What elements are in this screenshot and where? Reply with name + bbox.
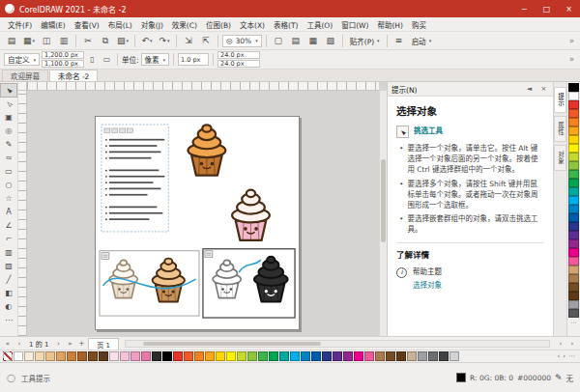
ruler-origin[interactable]	[18, 82, 27, 91]
show-guidelines-icon[interactable]: ▧	[323, 34, 338, 48]
menu-item[interactable]: 文件(F)	[4, 18, 36, 31]
duplicate-distance-x-input[interactable]	[218, 51, 260, 59]
page-height-input[interactable]	[42, 60, 84, 68]
paste-icon[interactable]: ▨▾	[115, 34, 130, 48]
docker-close-icon[interactable]: ×	[538, 85, 549, 93]
menu-item[interactable]: 帮助(H)	[373, 18, 407, 31]
menu-item[interactable]: 效果(C)	[168, 18, 201, 31]
color-swatch[interactable]	[35, 351, 44, 361]
menu-item[interactable]: 布局(L)	[104, 18, 136, 31]
freehand-tool[interactable]: ✎	[1, 138, 16, 151]
close-button[interactable]: ×	[558, 0, 580, 17]
color-swatch[interactable]	[290, 351, 300, 361]
menu-item[interactable]: 表格(T)	[270, 18, 302, 31]
menu-item[interactable]: 对象(J)	[137, 18, 167, 31]
portrait-orientation-button[interactable]: ▯	[86, 53, 99, 66]
first-page-button[interactable]: «	[3, 338, 13, 349]
color-swatch[interactable]	[568, 153, 579, 161]
canvas-area[interactable]	[27, 91, 379, 336]
transparency-tool[interactable]: ▨	[1, 260, 16, 272]
show-grid-icon[interactable]: ▦	[305, 34, 321, 48]
menu-item[interactable]: 工具(O)	[303, 18, 336, 31]
color-swatch[interactable]	[407, 351, 417, 361]
color-swatch[interactable]	[130, 351, 140, 361]
color-swatch[interactable]	[568, 292, 579, 300]
color-swatch[interactable]	[56, 351, 66, 361]
color-swatch[interactable]	[45, 351, 55, 361]
color-swatch[interactable]	[568, 144, 579, 153]
import-icon[interactable]: ⇲	[181, 34, 196, 48]
color-swatch[interactable]	[568, 118, 579, 126]
color-swatch[interactable]	[568, 187, 579, 196]
open-icon[interactable]: ▦▾	[21, 34, 37, 48]
color-swatch[interactable]	[109, 351, 119, 361]
print-icon[interactable]: ▥	[56, 34, 72, 48]
color-swatch[interactable]	[237, 351, 246, 361]
color-swatch[interactable]	[77, 351, 87, 361]
save-icon[interactable]: ◫	[39, 34, 54, 48]
color-swatch[interactable]	[568, 213, 579, 222]
units-select[interactable]: 像素 ▾	[141, 53, 170, 66]
color-swatch[interactable]	[152, 351, 161, 361]
scrollbar-thumb[interactable]	[143, 342, 321, 346]
color-swatch[interactable]	[568, 205, 579, 213]
color-swatch[interactable]	[568, 283, 579, 292]
color-swatch[interactable]	[173, 351, 183, 361]
color-swatch[interactable]	[141, 351, 151, 361]
color-swatch[interactable]	[279, 351, 289, 361]
color-swatch[interactable]	[258, 351, 268, 361]
no-color-swatch[interactable]	[3, 351, 13, 361]
artistic-media-tool[interactable]: ≈	[1, 152, 16, 164]
color-swatch[interactable]	[568, 196, 579, 205]
color-swatch[interactable]	[568, 266, 579, 274]
color-swatch[interactable]	[269, 351, 278, 361]
maximize-button[interactable]: □	[536, 0, 558, 17]
menu-item[interactable]: 文本(X)	[236, 18, 269, 31]
crop-tool[interactable]: ▣	[1, 111, 16, 124]
color-swatch[interactable]	[568, 248, 579, 257]
color-swatch[interactable]	[99, 351, 108, 361]
drawing-page[interactable]	[95, 116, 300, 330]
landscape-orientation-button[interactable]: ▭	[101, 53, 113, 66]
color-swatch[interactable]	[301, 351, 310, 361]
scroll-right-button[interactable]: ›	[567, 338, 577, 349]
color-swatch[interactable]	[568, 170, 579, 179]
color-swatch[interactable]	[354, 351, 363, 361]
color-swatch[interactable]	[375, 351, 385, 361]
toolbar-overflow-chevron[interactable]: »	[569, 37, 576, 45]
color-swatch[interactable]	[568, 92, 579, 100]
color-swatch[interactable]	[184, 351, 193, 361]
color-swatch[interactable]	[568, 83, 579, 92]
shadow-tool[interactable]: ▥	[1, 246, 16, 259]
undo-icon[interactable]: ↶▾	[139, 34, 155, 48]
minimize-button[interactable]: ─	[513, 0, 536, 17]
palette-arrow-icon[interactable]: ⋯	[568, 352, 575, 360]
new-document-icon[interactable]: ▤	[4, 34, 19, 48]
color-swatch[interactable]	[568, 300, 579, 309]
color-swatch[interactable]	[247, 351, 257, 361]
menu-item[interactable]: 编辑(E)	[37, 18, 70, 31]
redo-icon[interactable]: ↷▾	[157, 34, 172, 48]
next-page-button[interactable]: ›	[53, 338, 63, 349]
toolbar-overflow-chevron[interactable]: »	[569, 55, 576, 64]
palette-arrow-icon[interactable]: ‹	[557, 352, 560, 360]
color-swatch[interactable]	[322, 351, 332, 361]
scrollbar-thumb[interactable]	[381, 159, 386, 242]
color-swatch[interactable]	[311, 351, 321, 361]
color-swatch[interactable]	[568, 309, 579, 318]
zoom-tool[interactable]: ◎	[1, 125, 16, 137]
color-swatch[interactable]	[439, 351, 449, 361]
color-swatch[interactable]	[568, 231, 579, 239]
color-swatch[interactable]	[568, 257, 579, 266]
full-screen-preview-icon[interactable]: ▢	[271, 34, 286, 48]
cut-icon[interactable]: ✂	[80, 34, 96, 48]
previous-page-button[interactable]: ‹	[14, 338, 24, 349]
nudge-offset-input[interactable]	[178, 53, 209, 66]
side-tab-属性[interactable]: 属性	[554, 116, 566, 142]
color-swatch[interactable]	[396, 351, 406, 361]
rectangle-tool[interactable]: ▭	[1, 165, 16, 178]
color-swatch[interactable]	[120, 351, 130, 361]
color-swatch[interactable]	[343, 351, 353, 361]
polygon-tool[interactable]: ☆	[1, 192, 16, 205]
color-swatch[interactable]	[364, 351, 374, 361]
